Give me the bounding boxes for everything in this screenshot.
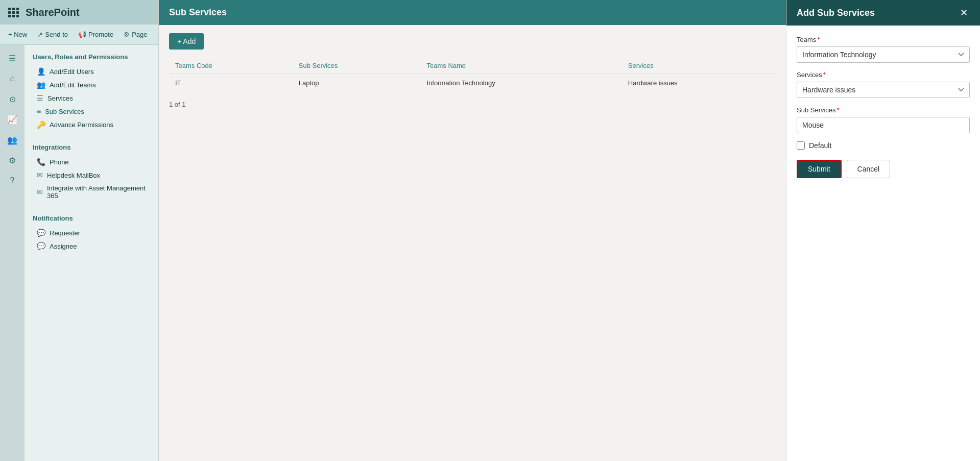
sidebar-icon-chart[interactable]: 📈 (3, 110, 21, 129)
cell-services: Hardware issues (622, 74, 776, 92)
sub-services-section: Sub Services + Add Teams Code Sub Servic… (158, 0, 786, 461)
cancel-button[interactable]: Cancel (847, 160, 891, 178)
app-title: SharePoint (26, 7, 80, 18)
nav-item-advance-permissions[interactable]: 🔑 Advance Permissions (33, 118, 150, 131)
sub-services-panel-title: Sub Services (169, 7, 227, 18)
teams-label: Teams* (797, 36, 970, 43)
add-edit-users-icon: 👤 (37, 67, 45, 76)
toolbar: + New ↗ Send to 📢 Promote ⚙ Page (0, 25, 158, 45)
nav-item-add-edit-teams[interactable]: 👥 Add/Edit Teams (33, 78, 150, 91)
add-sub-service-button[interactable]: + Add (169, 33, 204, 50)
nav-item-phone[interactable]: 📞 Phone (33, 155, 150, 168)
cell-teams-name: Information Technology (420, 74, 622, 92)
advance-permissions-icon: 🔑 (37, 120, 45, 129)
form-buttons: Submit Cancel (797, 160, 970, 178)
col-services: Services (622, 58, 776, 74)
send-to-button[interactable]: ↗ Send to (37, 31, 68, 38)
sub-services-table: Teams Code Sub Services Teams Name Servi… (169, 58, 776, 92)
col-teams-code: Teams Code (169, 58, 293, 74)
new-button[interactable]: + New (8, 31, 27, 38)
add-sub-services-title: Add Sub Services (797, 8, 875, 18)
send-to-icon: ↗ (37, 31, 43, 38)
sub-services-icon: ≡ (37, 107, 41, 115)
nav-item-requester[interactable]: 💬 Requester (33, 226, 150, 239)
requester-icon: 💬 (37, 229, 45, 237)
sidebar-icon-search[interactable]: ⊙ (3, 90, 21, 108)
sub-services-panel-header: Sub Services (159, 0, 786, 25)
promote-icon: 📢 (78, 31, 86, 38)
sidebar-icon-help[interactable]: ? (3, 172, 21, 190)
cell-sub-services: Laptop (293, 74, 421, 92)
nav-item-helpdesk-mailbox[interactable]: ✉ Helpdesk MailBox (33, 168, 150, 182)
services-form-group: Services* Hardware issues Software issue… (797, 71, 970, 98)
nav-item-add-edit-users[interactable]: 👤 Add/Edit Users (33, 65, 150, 78)
default-checkbox-row: Default (797, 141, 970, 150)
sidebar-icon-home[interactable]: ⌂ (3, 69, 21, 88)
default-label: Default (809, 141, 831, 150)
add-edit-teams-icon: 👥 (37, 81, 45, 89)
nav-content: Users, Roles and Permissions 👤 Add/Edit … (25, 45, 158, 461)
nav-section-notifications: Notifications 💬 Requester 💬 Assignee (25, 206, 158, 257)
nav-section-users-title: Users, Roles and Permissions (33, 53, 150, 61)
submit-button[interactable]: Submit (797, 160, 842, 178)
table-row[interactable]: IT Laptop Information Technology Hardwar… (169, 74, 776, 92)
services-required-star: * (823, 71, 826, 79)
sub-services-label: Sub Services* (797, 106, 970, 114)
sidebar-icons: ☰ ⌂ ⊙ 📈 👥 ⚙ ? (0, 45, 25, 461)
nav-item-integrate-asset[interactable]: ✉ Integrate with Asset Management 365 (33, 182, 150, 202)
page-icon: ⚙ (124, 31, 130, 38)
nav-section-users: Users, Roles and Permissions 👤 Add/Edit … (25, 45, 158, 135)
promote-button[interactable]: 📢 Promote (78, 31, 113, 38)
col-teams-name: Teams Name (420, 58, 622, 74)
sub-services-input[interactable] (797, 117, 970, 133)
services-icon: ☰ (37, 94, 43, 102)
app-launcher-icon[interactable] (8, 8, 19, 17)
helpdesk-mailbox-icon: ✉ (37, 171, 43, 179)
close-panel-button[interactable]: ✕ (958, 7, 970, 18)
services-label: Services* (797, 71, 970, 79)
nav-item-assignee[interactable]: 💬 Assignee (33, 239, 150, 253)
default-checkbox[interactable] (797, 141, 805, 150)
teams-required-star: * (817, 36, 820, 43)
sub-services-panel-body: + Add Teams Code Sub Services Teams Name… (159, 25, 786, 461)
add-sub-services-header: Add Sub Services ✕ (786, 0, 980, 26)
add-sub-services-panel: Add Sub Services ✕ Teams* Information Te… (786, 0, 980, 461)
teams-select[interactable]: Information Technology HR Finance (797, 46, 970, 63)
phone-icon: 📞 (37, 158, 45, 166)
integrate-asset-icon: ✉ (37, 188, 43, 196)
services-select[interactable]: Hardware issues Software issues Network … (797, 82, 970, 98)
sidebar-icon-settings[interactable]: ⚙ (3, 151, 21, 169)
nav-section-integrations-title: Integrations (33, 143, 150, 151)
cell-teams-code: IT (169, 74, 293, 92)
nav-item-sub-services[interactable]: ≡ Sub Services (33, 105, 150, 118)
sidebar-icon-menu[interactable]: ☰ (3, 49, 21, 67)
nav-section-notifications-title: Notifications (33, 214, 150, 222)
page-button[interactable]: ⚙ Page (124, 31, 147, 38)
nav-item-services[interactable]: ☰ Services (33, 91, 150, 105)
nav-section-integrations: Integrations 📞 Phone ✉ Helpdesk MailBox … (25, 135, 158, 206)
teams-form-group: Teams* Information Technology HR Finance (797, 36, 970, 63)
sub-services-form-group: Sub Services* (797, 106, 970, 133)
add-sub-services-body: Teams* Information Technology HR Finance… (786, 26, 980, 461)
pagination-info: 1 of 1 (169, 101, 776, 108)
sidebar-icon-users[interactable]: 👥 (3, 131, 21, 149)
col-sub-services: Sub Services (293, 58, 421, 74)
assignee-icon: 💬 (37, 242, 45, 250)
sub-services-required-star: * (837, 106, 840, 114)
sharepoint-header: SharePoint (0, 0, 158, 25)
